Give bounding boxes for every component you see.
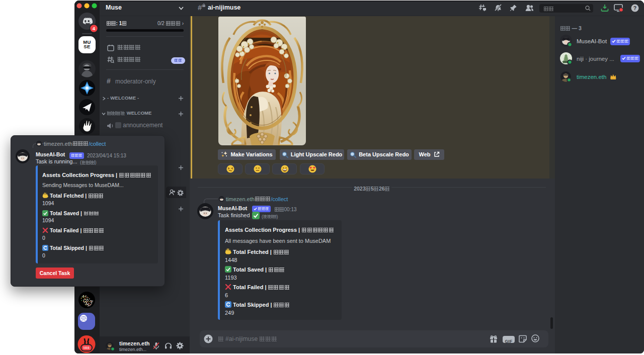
svg-text:?: ?: [633, 5, 636, 11]
svg-text:4: 4: [93, 26, 96, 31]
